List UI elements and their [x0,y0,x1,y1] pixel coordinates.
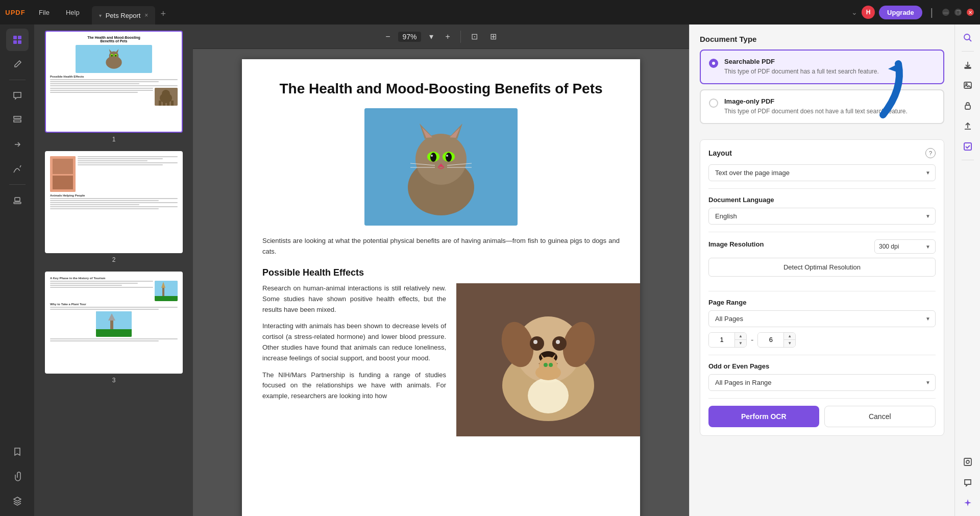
right-cloud-icon[interactable] [959,453,977,471]
right-check-icon[interactable] [959,137,977,156]
right-extract-icon[interactable] [959,56,977,74]
zoom-dropdown-btn[interactable]: ▾ [425,30,437,43]
page-to-input[interactable]: 6 [758,333,783,347]
resolution-dropdown-wrapper[interactable]: 300 dpi 72 dpi 96 dpi 150 dpi 200 dpi 60… [874,239,936,254]
file-menu[interactable]: File [31,0,58,24]
perform-ocr-btn[interactable]: Perform OCR [708,406,819,427]
svg-marker-11 [116,49,119,53]
svg-rect-24 [53,159,73,174]
comment-icon[interactable] [6,84,29,107]
attach-icon[interactable] [6,465,29,487]
svg-point-65 [539,357,557,375]
thumbnail-panel-icon[interactable] [6,29,29,51]
fit-width-btn[interactable]: ⊞ [486,30,501,43]
zoom-out-btn[interactable]: − [381,30,394,43]
sign-icon[interactable] [6,158,29,180]
new-tab-btn[interactable]: + [155,9,171,19]
svg-rect-0 [13,36,17,39]
svg-rect-3 [18,40,21,44]
user-avatar[interactable]: H [862,6,875,19]
restore-button[interactable]: ❐ [954,9,962,16]
help-menu[interactable]: Help [58,0,88,24]
resolution-dropdown[interactable]: 300 dpi 72 dpi 96 dpi 150 dpi 200 dpi 60… [874,239,936,254]
svg-rect-27 [155,296,178,301]
thumbnail-item-2[interactable]: Animals Helping People 2 [43,151,185,263]
right-search-icon[interactable] [959,29,977,47]
svg-point-18 [162,90,170,98]
svg-point-74 [966,84,967,85]
cat-image [364,108,518,226]
svg-line-71 [969,39,971,42]
edit-icon[interactable] [6,53,29,76]
titlebar-right: ⌄ H Upgrade | — ❐ ✕ [851,6,980,19]
upgrade-button[interactable]: Upgrade [879,6,922,19]
stamp-icon[interactable] [6,189,29,211]
fit-page-btn[interactable]: ⊡ [467,30,482,43]
svg-rect-7 [14,202,21,204]
layout-dropdown-wrapper[interactable]: Text over the page image Text under the … [708,164,936,181]
minimize-button[interactable]: — [942,9,949,16]
language-dropdown-wrapper[interactable]: English French German Spanish Chinese [708,208,936,225]
layout-title: Layout [708,149,732,157]
action-buttons: Perform OCR Cancel [708,406,936,427]
thumbnail-label-1: 1 [112,136,116,143]
tab-label: Pets Report [106,12,141,19]
organize-icon[interactable] [6,109,29,131]
svg-point-78 [966,460,969,463]
page-range-dropdown-wrapper[interactable]: All Pages Current Page Custom Range [708,310,936,327]
svg-point-59 [552,336,567,351]
right-chat-icon[interactable] [959,473,977,492]
image-resolution-label: Image Resolution [708,240,764,248]
thumbnail-panel: The Health and Mood-BoostingBenefits of … [35,24,193,516]
page-to-down-btn[interactable]: ▼ [784,340,795,347]
close-button[interactable]: ✕ [967,9,974,16]
page-from-down-btn[interactable]: ▼ [735,340,746,347]
tab-close-btn[interactable]: × [144,12,148,19]
right-upload-icon[interactable] [959,117,977,135]
odd-even-dropdown[interactable]: All Pages in Range Odd Pages Only Even P… [708,374,936,391]
image-only-radio[interactable] [709,99,718,108]
svg-rect-72 [965,67,971,68]
cancel-btn[interactable]: Cancel [824,406,936,427]
svg-rect-76 [964,143,971,150]
page-from-input-wrapper[interactable]: 1 ▲ ▼ [708,332,747,348]
layout-help-icon[interactable]: ? [925,148,936,158]
layout-dropdown[interactable]: Text over the page image Text under the … [708,164,936,181]
zoom-value-display[interactable]: 97% [398,32,421,42]
thumbnail-item-3[interactable]: A Key Phase in the History of Tourism [43,272,185,384]
odd-even-dropdown-wrapper[interactable]: All Pages in Range Odd Pages Only Even P… [708,374,936,391]
svg-rect-26 [155,281,178,296]
page-to-up-btn[interactable]: ▲ [784,333,795,340]
searchable-pdf-option[interactable]: Searchable PDF This type of PDF document… [700,50,944,84]
thumbnail-item-1[interactable]: The Health and Mood-BoostingBenefits of … [43,31,185,143]
upgrade-label: Upgrade [887,9,914,16]
right-image-icon[interactable] [959,76,977,94]
zoom-in-btn[interactable]: + [442,30,454,43]
searchable-radio[interactable] [709,59,718,68]
svg-marker-79 [964,499,971,506]
left-sidebar [0,24,35,516]
detect-resolution-btn[interactable]: Detect Optimal Resolution [708,258,936,277]
right-sparkle-icon[interactable] [959,494,977,512]
document-scroll[interactable]: The Health and Mood-Boosting Benefits of… [193,49,689,516]
page-to-input-wrapper[interactable]: 6 ▲ ▼ [757,332,796,348]
pets-report-tab[interactable]: ▾ Pets Report × [92,6,156,24]
convert-icon[interactable] [6,133,29,156]
image-only-pdf-option[interactable]: Image-only PDF This type of PDF document… [700,89,944,124]
page-range-dropdown[interactable]: All Pages Current Page Custom Range [708,310,936,327]
page-from-stepper: ▲ ▼ [734,333,746,347]
svg-point-68 [544,363,548,367]
bookmark-icon[interactable] [6,440,29,463]
svg-rect-25 [53,176,73,189]
section-divider-3 [708,291,936,291]
language-dropdown[interactable]: English French German Spanish Chinese [708,208,936,225]
right-lock-icon[interactable] [959,96,977,115]
section-divider-2 [708,232,936,232]
layers-icon[interactable] [6,489,29,512]
svg-rect-5 [14,120,21,122]
page-from-up-btn[interactable]: ▲ [735,333,746,340]
doc-language-label: Document Language [708,196,936,204]
page-from-input[interactable]: 1 [709,333,734,347]
expand-icon[interactable]: ⌄ [851,8,857,16]
svg-rect-19 [159,101,161,106]
